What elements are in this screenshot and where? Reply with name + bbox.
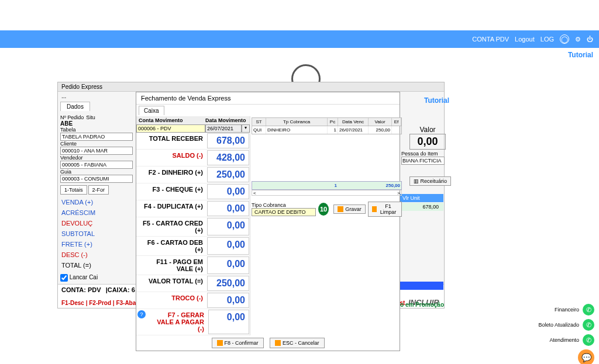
- header-data-movimento: Data Movimento: [203, 116, 250, 124]
- fechamento-modal: Fechamento de Venda Express Caixa Conta …: [136, 92, 400, 351]
- tutorial-link-top[interactable]: Tutorial: [568, 51, 593, 59]
- label-troco: TROCO (-): [136, 292, 206, 308]
- label-cartao-cred: F5 - CARTAO CRED (+): [136, 217, 206, 236]
- total-valor: 250,00: [369, 182, 401, 189]
- summary-desc: DESC (-): [60, 249, 133, 260]
- label-situacao: Situ: [86, 115, 95, 120]
- value-troco: 0,00: [207, 293, 249, 308]
- tutorial-link-panel[interactable]: Tutorial: [424, 96, 449, 105]
- tab-dados[interactable]: Dados: [60, 102, 90, 111]
- limpar-button[interactable]: F1 Limpar: [368, 202, 402, 217]
- whatsapp-icon[interactable]: ✆: [583, 304, 594, 316]
- window-title: Pedido Express: [58, 82, 444, 92]
- value-cartao-cred[interactable]: 0,00: [207, 218, 249, 235]
- summary-devolucao: DEVOLUÇ: [60, 218, 133, 228]
- step-callout-10: 10: [318, 203, 329, 216]
- summary-frete: FRETE (+): [60, 239, 133, 249]
- value-total-receber: 678,00: [207, 133, 249, 148]
- cell-valor: 250,00: [369, 126, 392, 134]
- cell-ef: [392, 126, 401, 134]
- label-gerar-vale: F7 - GERAR VALE A PAGAR (-): [147, 309, 208, 335]
- grid-scrollbar[interactable]: <>: [252, 190, 402, 196]
- summary-subtotal: SUBTOTAL: [60, 228, 133, 239]
- top-header-bar: CONTA PDV Logout LOG ◯ ⚙ ⏻: [0, 30, 599, 48]
- input-tabela[interactable]: [60, 133, 133, 141]
- gravar-button[interactable]: Gravar: [333, 204, 366, 214]
- settings-icon[interactable]: ⚙: [575, 36, 581, 43]
- input-tipo-cobranca[interactable]: [252, 208, 316, 216]
- chat-label-atendimento: Atendimento: [549, 337, 579, 343]
- confirm-icon: [217, 340, 223, 346]
- value-cheque[interactable]: 0,00: [207, 184, 249, 199]
- label-tipo-cobranca: Tipo Cobranca: [252, 202, 316, 208]
- label-promocao: o em Promoção: [400, 301, 444, 308]
- value-valor: 0,00: [409, 134, 446, 150]
- summary-venda: VENDA (+): [60, 197, 133, 207]
- whatsapp-icon[interactable]: ✆: [583, 319, 594, 331]
- value-pago-vale[interactable]: 0,00: [207, 256, 249, 274]
- input-cliente[interactable]: [60, 147, 133, 155]
- chat-label-boleto: Boleto Atualizado: [538, 322, 579, 328]
- payments-grid-row[interactable]: QUI DINHEIRO 1 26/07/2021 250,00: [252, 126, 402, 134]
- cell-pc: 1: [328, 126, 338, 134]
- tab-caixa[interactable]: Caixa: [139, 106, 164, 115]
- value-saldo: 428,00: [207, 150, 249, 165]
- value-dinheiro[interactable]: 250,00: [207, 167, 249, 182]
- cancelar-button[interactable]: ESC - Cancelar: [270, 338, 325, 348]
- input-guia[interactable]: [60, 175, 133, 183]
- chat-label-financeiro: Financeiro: [555, 307, 579, 313]
- value-duplicata[interactable]: 0,00: [207, 201, 249, 216]
- label-duplicata: F4 - DUPLICATA (+): [136, 200, 206, 217]
- value-valor-total: 250,00: [207, 276, 249, 291]
- label-lancar-caixa: Lancar Cai: [70, 274, 98, 280]
- status-conta: CONTA: PDV: [61, 286, 101, 295]
- receituario-button[interactable]: ▥ Receituário: [409, 176, 451, 186]
- checkbox-lancar-caixa[interactable]: [60, 274, 68, 282]
- col-st: ST: [252, 118, 266, 126]
- value-pessoa-item: BIANA FICTICIA: [401, 157, 445, 165]
- log-link[interactable]: LOG: [541, 36, 554, 43]
- label-valor: Valor: [409, 126, 446, 134]
- label-pessoa-item: Pessoa do Item: [401, 151, 445, 157]
- input-vendedor[interactable]: [60, 161, 133, 169]
- status-caixa: |CAIXA: 6: [106, 286, 135, 295]
- calendar-icon[interactable]: ▾: [242, 124, 250, 133]
- label-saldo: SALDO (-): [136, 150, 206, 166]
- label-tabela: Tabela: [60, 127, 133, 133]
- power-icon[interactable]: ⏻: [587, 36, 593, 43]
- label-npedido: Nº Pedido: [60, 115, 84, 120]
- cell-tp: DINHEIRO: [266, 126, 328, 134]
- label-total-receber: TOTAL RECEBER: [136, 133, 206, 149]
- label-guia: Guia: [60, 169, 133, 175]
- receipt-icon: ▥: [414, 178, 419, 184]
- label-valor-total: VALOR TOTAL (=): [136, 275, 206, 292]
- summary-total: TOTAL (=): [60, 260, 133, 271]
- input-conta-movimento[interactable]: [136, 124, 205, 133]
- col-valor: Valor: [369, 118, 392, 126]
- clear-icon: [372, 206, 377, 212]
- cell-datavenc: 26/07/2021: [338, 126, 369, 134]
- label-cheque: F3 - CHEQUE (+): [136, 183, 206, 200]
- account-label[interactable]: CONTA PDV: [472, 36, 509, 43]
- chat-bubble-icon[interactable]: 💬: [578, 349, 594, 364]
- subtab-forma[interactable]: 2-For: [88, 185, 109, 195]
- help-icon[interactable]: ?: [137, 310, 146, 318]
- payments-grid-header: ST Tp Cobranca Pc Data Venc Valor Ef: [252, 117, 402, 126]
- whatsapp-icon[interactable]: ✆: [583, 334, 594, 346]
- confirmar-button[interactable]: F8 - Confirmar: [212, 338, 264, 348]
- label-dinheiro: F2 - DINHEIRO (+): [136, 167, 206, 183]
- logout-link[interactable]: Logout: [515, 36, 535, 43]
- header-vlr-unit: Vlr Unit: [398, 194, 443, 202]
- cell-st: QUI: [252, 126, 266, 134]
- chat-widget-list: Financeiro✆ Boleto Atualizado✆ Atendimen…: [538, 304, 594, 364]
- col-pc: Pc: [328, 118, 338, 126]
- label-pago-vale: F11 - PAGO EM VALE (+): [136, 256, 206, 275]
- value-vlr-unit: 678,00: [398, 203, 443, 211]
- col-datavenc: Data Venc: [338, 118, 369, 126]
- user-icon[interactable]: ◯: [560, 34, 569, 44]
- input-data-movimento[interactable]: [205, 124, 242, 133]
- value-gerar-vale[interactable]: 0,00: [208, 310, 249, 334]
- value-cartao-deb[interactable]: 0,00: [207, 237, 249, 255]
- subtab-totais[interactable]: 1-Totais: [60, 185, 87, 195]
- summary-acrescimo: ACRÉSCIM: [60, 207, 133, 218]
